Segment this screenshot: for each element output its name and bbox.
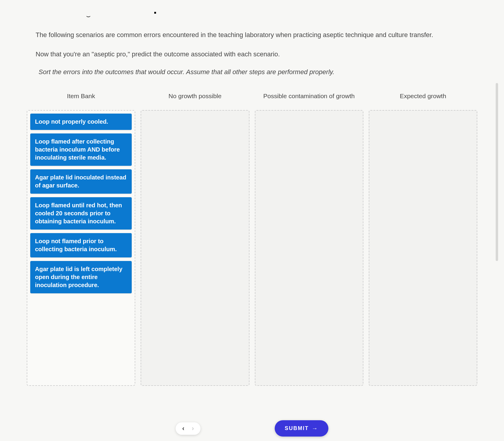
curve-mark: ⌣ (86, 12, 91, 20)
submit-label: SUBMIT (285, 425, 309, 432)
prev-button[interactable]: ‹ (182, 425, 184, 432)
no-growth-header: No growth possible (141, 86, 249, 110)
intro-paragraph-2: Now that you're an "aseptic pro," predic… (18, 49, 486, 59)
nav-pill: ‹ › (176, 422, 201, 435)
expected-growth-header: Expected growth (369, 86, 477, 110)
no-growth-column: No growth possible (141, 86, 249, 386)
bank-item[interactable]: Loop not properly cooled. (30, 114, 132, 130)
content-wrapper: ⌣ The following scenarios are common err… (18, 12, 486, 386)
contamination-header: Possible contamination of growth (255, 86, 363, 110)
no-growth-dropzone[interactable] (141, 110, 249, 386)
item-bank-column: Item Bank Loop not properly cooled. Loop… (27, 86, 135, 386)
bank-item[interactable]: Loop flamed until red hot, then cooled 2… (30, 197, 132, 230)
scrollbar[interactable] (496, 83, 498, 261)
contamination-column: Possible contamination of growth (255, 86, 363, 386)
expected-growth-column: Expected growth (369, 86, 477, 386)
bank-item[interactable]: Loop flamed after collecting bacteria in… (30, 133, 132, 166)
item-bank-body[interactable]: Loop not properly cooled. Loop flamed af… (27, 110, 135, 386)
intro-paragraph-1: The following scenarios are common error… (18, 30, 486, 40)
sorting-area: Item Bank Loop not properly cooled. Loop… (18, 86, 486, 386)
contamination-dropzone[interactable] (255, 110, 363, 386)
next-button[interactable]: › (192, 425, 194, 432)
instruction-text: Sort the errors into the outcomes that w… (18, 68, 486, 76)
arrow-right-icon: → (312, 425, 318, 432)
submit-button[interactable]: SUBMIT → (275, 420, 328, 437)
bank-item[interactable]: Loop not flamed prior to collecting bact… (30, 233, 132, 257)
bank-item[interactable]: Agar plate lid is left completely open d… (30, 261, 132, 293)
top-decorations: ⌣ (18, 12, 486, 18)
dot-mark (154, 12, 156, 14)
expected-growth-dropzone[interactable] (369, 110, 477, 386)
bottom-bar: ‹ › SUBMIT → (0, 416, 504, 441)
bank-item[interactable]: Agar plate lid inoculated instead of aga… (30, 169, 132, 194)
item-bank-header: Item Bank (27, 86, 135, 110)
